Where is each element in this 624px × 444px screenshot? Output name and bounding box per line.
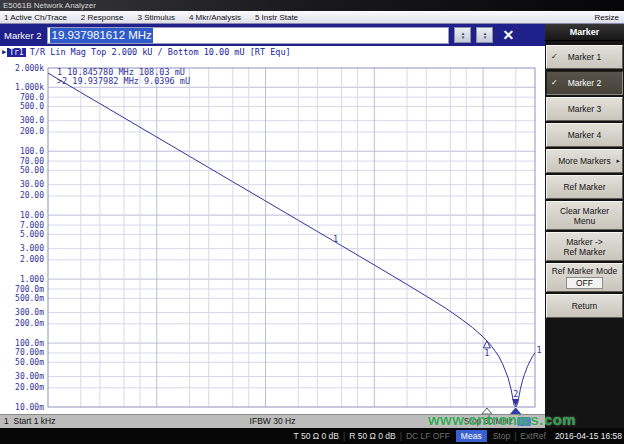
status-segment-r-50-0-db: R 50 Ω 0 dB (345, 431, 400, 441)
softkey-menu-title: Marker (545, 24, 624, 41)
y-tick-label: 700.0 (20, 93, 44, 102)
softkey-label: Marker 1 (568, 52, 602, 62)
softkey-label: Ref Marker Mode (552, 266, 618, 276)
softkey-more-markers[interactable]: More Markers▸ (546, 149, 623, 173)
softkey-marker-1[interactable]: ✓Marker 1 (546, 45, 623, 69)
menu-item-3[interactable]: 3 Stimulus (138, 13, 175, 22)
marker-entry-label: Marker 2 (4, 30, 41, 41)
stepper-up-down-icon[interactable]: ▴▾ (454, 27, 471, 43)
marker-value-input[interactable]: 19.937981612 MHz (47, 27, 449, 44)
marker-readout-line: >2 19.937982 MHz 9.0396 mU (57, 76, 190, 86)
trace-info-bar[interactable]: ▶ Tr1 T/R Lin Mag Top 2.000 kU / Bottom … (0, 46, 545, 58)
stop-frequency-label: Stop 30 MHz (464, 416, 513, 426)
check-icon: ✓ (551, 52, 558, 62)
y-tick-label: 5.000 (20, 230, 44, 239)
softkey-label-line2: Ref Marker (563, 247, 605, 257)
softkey-clear-marker[interactable]: Clear MarkerMenu (546, 201, 623, 230)
y-tick-label: 10.00m (15, 403, 44, 412)
resize-button[interactable]: Resize (595, 13, 619, 22)
y-tick-label: 100.0m (15, 339, 44, 348)
y-tick-label: 1.000k (15, 83, 44, 92)
y-tick-label: 300.0m (15, 308, 44, 317)
softkey-marker-[interactable]: Marker ->Ref Marker (546, 232, 623, 261)
trace-select-arrow-icon: ▶ (2, 48, 6, 56)
softkey-buttons: ✓Marker 1✓Marker 2Marker 3Marker 4More M… (545, 41, 624, 318)
menu-item-2[interactable]: 2 Response (81, 13, 124, 22)
marker-readout: 1 10.845780 MHz 108.03 mU>2 19.937982 MH… (57, 67, 190, 86)
y-tick-label: 70.00m (15, 348, 44, 357)
trace-number-label: 1 (333, 234, 338, 244)
y-tick-label: 7.000 (20, 221, 44, 230)
menu-item-1[interactable]: 1 Active Ch/Trace (4, 13, 67, 22)
y-tick-label: 30.00m (15, 372, 44, 381)
y-tick-label: 50.00m (15, 358, 44, 367)
y-tick-label: 2.000k (15, 64, 44, 73)
status-bar: T 50 Ω 0 dB|R 50 Ω 0 dB|DC LF OFFMeasSto… (0, 428, 624, 444)
softkey-marker-2[interactable]: ✓Marker 2 (546, 71, 623, 95)
trace-number-label: 1 (536, 345, 541, 355)
analyzer-screen: Marker 2 19.937981612 MHz ▴▾ ▴▾ ✕ ▶ Tr1 … (0, 24, 545, 428)
marker-value-selected-text: 19.937981612 MHz (50, 28, 152, 43)
grid: 2.000k1.000k700.0500.0300.0200.0100.070.… (15, 64, 535, 412)
softkey-marker-4[interactable]: Marker 4 (546, 123, 623, 147)
y-tick-label: 500.0 (20, 102, 44, 111)
softkey-label: Marker 2 (568, 78, 602, 88)
status-segment-t-50-0-db: T 50 Ω 0 dB (290, 431, 343, 441)
trace-tr1: 11 (48, 73, 542, 407)
softkey-label: Clear Marker (560, 206, 609, 216)
y-tick-label: 700.0m (15, 285, 44, 294)
y-tick-label: 20.00m (15, 383, 44, 392)
softkey-label: Ref Marker (563, 182, 605, 192)
y-tick-label: 500.0m (15, 294, 44, 303)
start-frequency-label: 1 Start 1 kHz (4, 416, 56, 426)
softkey-marker-3[interactable]: Marker 3 (546, 97, 623, 121)
status-segment-extref: ExtRef (516, 431, 550, 441)
y-tick-label: 3.000 (20, 244, 44, 253)
softkey-return[interactable]: Return (546, 294, 623, 318)
y-tick-label: 300.0 (20, 116, 44, 125)
softkey-label: Marker 4 (568, 130, 602, 140)
plot-svg[interactable]: 2.000k1.000k700.0500.0300.0200.0100.070.… (0, 58, 545, 414)
status-segment-dc-lf-off: DC LF OFF (402, 431, 454, 441)
close-icon[interactable]: ✕ (502, 28, 514, 42)
svg-text:1: 1 (484, 348, 489, 358)
window-titlebar[interactable]: E5061B Network Analyzer (0, 0, 624, 11)
window-title: E5061B Network Analyzer (3, 1, 96, 10)
y-tick-label: 10.00 (20, 211, 44, 220)
y-tick-label: 200.0 (20, 127, 44, 136)
softkey-label: Return (572, 301, 598, 311)
menu-items: 1 Active Ch/Trace2 Response3 Stimulus4 M… (4, 13, 312, 22)
softkey-ref-marker[interactable]: Ref Marker (546, 175, 623, 199)
softkey-label: Marker -> (566, 237, 603, 247)
trace-format-text: T/R Lin Mag Top 2.000 kU / Bottom 10.00 … (30, 47, 291, 57)
y-tick-label: 100.0 (20, 147, 44, 156)
menu-item-5[interactable]: 5 Instr State (255, 13, 298, 22)
stop-indicator-badge (517, 417, 531, 426)
svg-text:2: 2 (513, 389, 518, 399)
softkey-label: Marker 3 (568, 104, 602, 114)
status-segment-stop: Stop (489, 431, 515, 441)
y-tick-label: 50.00 (20, 166, 44, 175)
softkey-label: More Markers (558, 156, 610, 166)
submenu-arrow-icon: ▸ (616, 156, 620, 166)
y-tick-label: 1.000 (20, 275, 44, 284)
y-tick-label: 200.0m (15, 319, 44, 328)
softkey-ref-marker-mode[interactable]: Ref Marker ModeOFF (546, 263, 623, 292)
menu-item-4[interactable]: 4 Mkr/Analysis (189, 13, 241, 22)
trace-badge: Tr1 (7, 48, 25, 57)
marker-entry-bar: Marker 2 19.937981612 MHz ▴▾ ▴▾ ✕ (0, 24, 545, 46)
y-tick-label: 20.00 (20, 191, 44, 200)
status-datetime: 2016-04-15 16:58 (555, 431, 622, 441)
softkey-value: OFF (566, 277, 603, 289)
y-tick-label: 70.00 (20, 157, 44, 166)
plot-area: 2.000k1.000k700.0500.0300.0200.0100.070.… (0, 58, 545, 414)
check-icon: ✓ (551, 78, 558, 88)
stimulus-bar: 1 Start 1 kHz IFBW 30 Hz Stop 30 MHz (0, 414, 545, 428)
stepper-fine-icon[interactable]: ▴▾ (476, 27, 493, 43)
status-segment-meas: Meas (456, 430, 487, 442)
y-tick-label: 2.000 (20, 255, 44, 264)
softkey-label-line2: Menu (574, 216, 595, 226)
menu-bar: 1 Active Ch/Trace2 Response3 Stimulus4 M… (0, 11, 624, 24)
softkey-menu: Marker ✓Marker 1✓Marker 2Marker 3Marker … (545, 24, 624, 428)
trace-path (48, 73, 535, 407)
